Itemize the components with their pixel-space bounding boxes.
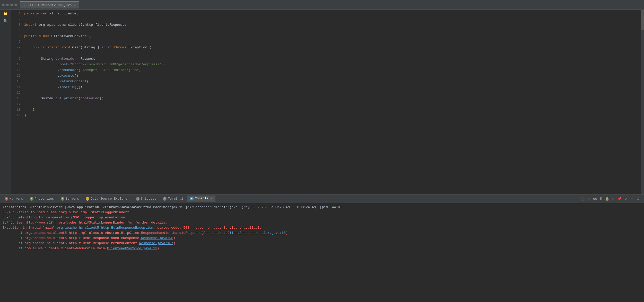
line-content: public class ClienteWebService { (24, 33, 641, 39)
line-content (24, 39, 641, 45)
console-tab-close[interactable]: ✕ (211, 197, 213, 200)
stack-link-4[interactable]: ClienteWebService.java:13 (107, 246, 157, 250)
line-num: 19 (11, 113, 24, 118)
bottom-panel: M Markers P Properties S Servers D Data … (0, 194, 644, 302)
gutter-icon-1[interactable]: 📁 (3, 11, 8, 16)
line-content (24, 90, 641, 96)
line-content: System.out.println(contenido); (24, 96, 641, 101)
code-line: 8 (11, 50, 641, 56)
tab-console-label: Console (195, 197, 208, 200)
code-line: 9 String contenido = Request (11, 56, 641, 62)
gutter-icon-2[interactable]: 🔍 (3, 18, 8, 24)
line-num: 15 (11, 90, 24, 96)
clear-btn[interactable]: 🗑 (598, 196, 604, 202)
line-num: 11 (11, 67, 24, 73)
line-num: 16 (11, 96, 24, 101)
code-line: 16 System.out.println(contenido); (11, 96, 641, 101)
code-line: 5 public class ClienteWebService { (11, 33, 641, 39)
console-line-terminated: <terminated> ClienteWebService [Java App… (3, 205, 641, 210)
tab-properties-label: Properties (35, 197, 54, 201)
tab-terminal-label: Terminal (168, 197, 183, 201)
code-line: 4 (11, 28, 641, 33)
stop-btn[interactable]: ⬛ (580, 196, 585, 202)
exception-link[interactable]: org.apache.hc.client5.http.HttpResponseE… (57, 226, 153, 230)
code-line: 18 } (11, 107, 641, 113)
console-line-exception: Exception in thread "main" org.apache.hc… (3, 225, 641, 230)
ds-icon: D (86, 197, 89, 201)
minimap-thumb[interactable] (641, 10, 644, 30)
line-content (24, 101, 641, 107)
tab-label: ClienteWebService.java (28, 3, 72, 7)
panel-tabs: M Markers P Properties S Servers D Data … (0, 194, 644, 203)
tab-properties[interactable]: P Properties (27, 196, 57, 202)
markers-icon: M (5, 197, 8, 201)
close-btn[interactable]: ✕ (586, 196, 591, 202)
console-line-slf4j2: SLF4J: Defaulting to no-operation (NOP) … (3, 215, 641, 220)
tab-datasource-label: Data Source Explorer (91, 197, 129, 201)
close2-btn[interactable]: ✕✕ (592, 196, 598, 202)
code-line: 3 import org.apache.hc.client5.http.flue… (11, 22, 641, 28)
code-lines: 1 package com.alura.cliente; 2 3 import … (11, 10, 641, 194)
tab-markers-label: Markers (10, 197, 23, 201)
console-icon: ▶ (190, 197, 194, 200)
tab-terminal[interactable]: T Terminal (160, 196, 186, 202)
line-num: 12 (11, 73, 24, 79)
line-num: 5 (11, 33, 24, 39)
pin-btn[interactable]: 📌 (617, 196, 622, 202)
line-content (24, 28, 641, 33)
tab-servers[interactable]: S Servers (58, 196, 82, 202)
line-num: 10 (11, 62, 24, 67)
line-content: import org.apache.hc.client5.http.fluent… (24, 22, 641, 28)
collapse-btn[interactable]: ▽ (623, 196, 629, 202)
editor-tab[interactable]: ☕ ClienteWebService.java ✕ (20, 1, 79, 8)
tab-console[interactable]: ▶ Console ✕ (187, 196, 215, 202)
line-num: 2 (11, 16, 24, 22)
code-editor[interactable]: 1 package com.alura.cliente; 2 3 import … (11, 10, 641, 194)
left-gutter: 📁 🔍 (0, 10, 11, 194)
tab-markers[interactable]: M Markers (2, 196, 26, 202)
line-content: public static void main(String[] args) t… (24, 45, 641, 50)
line-num: 14 (11, 84, 24, 90)
panel-toolbar: ⬛ ✕ ✕✕ 🗑 🔒 ⇌ 📌 ▽ — □ (580, 196, 642, 202)
line-content: .toString(); (24, 84, 641, 90)
window-dots (2, 4, 17, 6)
tab-datasource[interactable]: D Data Source Explorer (83, 196, 132, 202)
line-content: .addHeader("Accept", "Application/json") (24, 67, 641, 73)
code-line: 19 } (11, 113, 641, 118)
line-num: 18 (11, 107, 24, 113)
dot2 (6, 4, 9, 6)
line-content (24, 50, 641, 56)
scroll-lock-btn[interactable]: 🔒 (604, 196, 610, 202)
line-num: 3 (11, 22, 24, 28)
word-wrap-btn[interactable]: ⇌ (611, 196, 616, 202)
java-icon: ☕ (24, 3, 25, 7)
code-line: 14 .toString(); (11, 84, 641, 90)
dot4 (14, 4, 17, 6)
stack-link-2[interactable]: Response.java:98 (141, 236, 173, 240)
line-num: 4 (11, 28, 24, 33)
line-num: 6 (11, 39, 24, 45)
line-content: package com.alura.cliente; (24, 11, 641, 16)
line-num: 17 (11, 101, 24, 107)
console-content[interactable]: <terminated> ClienteWebService [Java App… (0, 203, 644, 302)
props-icon: P (30, 197, 33, 201)
line-num: 8 (11, 50, 24, 56)
line-num: 9 (11, 56, 24, 62)
code-line: 20 (11, 118, 641, 124)
line-num: 1 (11, 11, 24, 16)
line-content: } (24, 113, 641, 118)
code-line: 15 (11, 90, 641, 96)
minimize-btn[interactable]: — (629, 196, 635, 202)
tab-servers-label: Servers (66, 197, 79, 201)
minimap (641, 10, 644, 194)
maximize-btn[interactable]: □ (635, 196, 641, 202)
stack-link-1[interactable]: AbstractHttpClientResponseHandler.java:6… (203, 231, 286, 235)
line-content: } (24, 107, 641, 113)
snip-icon: ◁ (136, 197, 140, 201)
stack-link-3[interactable]: Response.java:107 (139, 241, 173, 245)
line-content: String contenido = Request (24, 56, 641, 62)
console-line-stack1: at org.apache.hc.client5.http.impl.class… (3, 230, 641, 236)
code-line: 17 (11, 101, 641, 107)
tab-close-icon[interactable]: ✕ (74, 3, 76, 7)
tab-snippets[interactable]: ◁ Snippets (133, 196, 159, 202)
